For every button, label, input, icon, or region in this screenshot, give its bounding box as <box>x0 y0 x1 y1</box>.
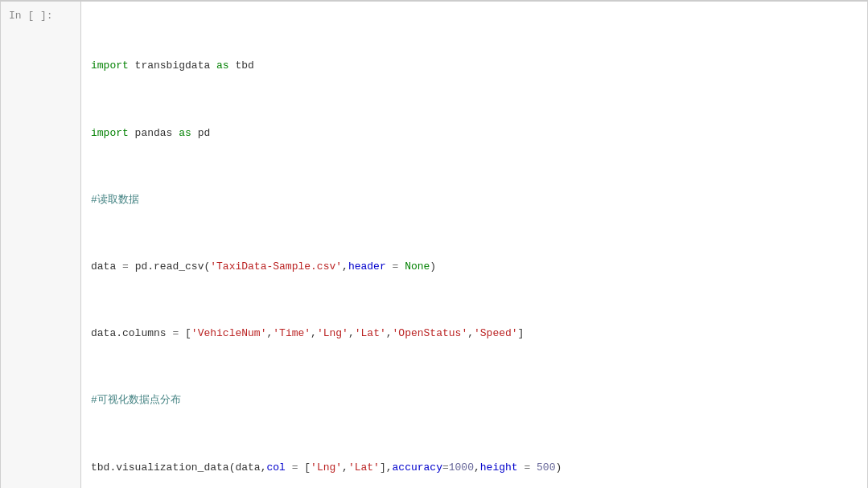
notebook-container: In [ ]: import transbigdata as tbd impor… <box>0 0 868 488</box>
code-line-4: data = pd.read_csv('TaxiData-Sample.csv'… <box>91 259 858 276</box>
code-line-6: #可视化数据点分布 <box>91 392 858 409</box>
code-line-3: #读取数据 <box>91 192 858 209</box>
code-line-5: data.columns = ['VehicleNum','Time','Lng… <box>91 326 858 342</box>
code-cell: In [ ]: import transbigdata as tbd impor… <box>0 1 868 488</box>
code-line-7: tbd.visualization_data(data,col = ['Lng'… <box>91 460 858 477</box>
cell-input-area: In [ ]: import transbigdata as tbd impor… <box>1 2 867 488</box>
code-line-1: import transbigdata as tbd <box>91 58 858 75</box>
cell-code[interactable]: import transbigdata as tbd import pandas… <box>81 2 867 488</box>
code-line-2: import pandas as pd <box>91 125 858 142</box>
cell-prompt: In [ ]: <box>1 2 81 488</box>
